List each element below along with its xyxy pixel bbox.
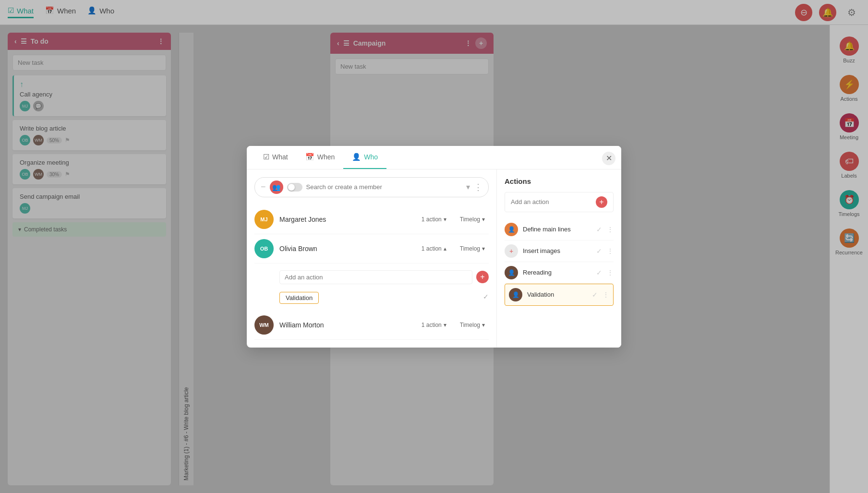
member-name-margaret: Margaret Jones <box>279 216 412 223</box>
modal-tab-what-label: What <box>272 153 288 161</box>
action-dots-images[interactable]: ⋮ <box>607 247 614 255</box>
member-search-input[interactable] <box>306 183 462 191</box>
actions-panel-title: Actions <box>505 177 614 185</box>
william-timelog-label: Timelog <box>460 322 480 328</box>
add-action-input[interactable] <box>279 270 472 284</box>
modal-overlay: ✕ ☑ What 📅 When 👤 Who − <box>0 0 868 493</box>
modal-tab-when[interactable]: 📅 When <box>297 146 344 169</box>
olivia-timelog-label: Timelog <box>460 245 480 252</box>
olivia-action-btn[interactable]: 1 action ▴ <box>418 243 450 254</box>
modal-tab-what[interactable]: ☑ What <box>254 146 297 169</box>
avatar-margaret: MJ <box>254 210 274 229</box>
who-panel: − 👥 ▾ ⋮ MJ Margaret Jones 1 <box>247 169 496 348</box>
olivia-timelog-chevron: ▾ <box>482 245 485 252</box>
validation-tag-label: Validation <box>286 294 313 301</box>
margaret-action-chevron: ▾ <box>444 216 446 223</box>
actions-add-row[interactable]: + <box>505 192 614 212</box>
william-action-btn[interactable]: 1 action ▾ <box>418 320 450 330</box>
validation-check-icon[interactable]: ✓ <box>483 293 489 301</box>
action-check-validation[interactable]: ✓ <box>592 291 598 299</box>
action-rereading: 👤 Rereading ✓ ⋮ <box>505 262 614 284</box>
margaret-action-label: 1 action <box>422 216 442 223</box>
action-icon-validation: 👤 <box>509 288 522 301</box>
olivia-action-label: 1 action <box>422 245 442 252</box>
actions-add-input[interactable] <box>511 198 592 205</box>
avatar-william: WM <box>254 315 274 335</box>
action-icon-define: 👤 <box>505 223 518 236</box>
member-name-william: William Morton <box>279 321 412 329</box>
modal-tab-what-icon: ☑ <box>263 153 269 161</box>
action-dots-validation[interactable]: ⋮ <box>603 291 609 299</box>
minus-icon[interactable]: − <box>261 182 266 192</box>
action-label-rereading: Rereading <box>523 269 591 276</box>
action-icon-rereading: 👤 <box>505 266 518 279</box>
member-search-bar: − 👥 ▾ ⋮ <box>254 177 489 197</box>
search-dropdown-icon[interactable]: ▾ <box>466 182 470 192</box>
margaret-timelog-label: Timelog <box>460 216 480 223</box>
actions-panel: Actions + 👤 Define main lines ✓ ⋮ <box>496 169 621 348</box>
action-check-rereading[interactable]: ✓ <box>596 269 602 277</box>
william-timelog-btn[interactable]: Timelog ▾ <box>456 320 489 330</box>
william-action-chevron: ▾ <box>444 322 446 328</box>
action-icon-images: + <box>505 244 518 258</box>
action-dots-define[interactable]: ⋮ <box>607 226 614 233</box>
olivia-action-chevron: ▴ <box>444 245 446 252</box>
action-dots-rereading[interactable]: ⋮ <box>607 269 614 277</box>
search-avatar-icon: 👥 <box>270 180 283 194</box>
member-row-olivia: OB Olivia Brown 1 action ▴ Timelog ▾ <box>254 234 489 264</box>
modal: ✕ ☑ What 📅 When 👤 Who − <box>247 146 621 348</box>
modal-close-button[interactable]: ✕ <box>602 152 615 165</box>
member-row-margaret: MJ Margaret Jones 1 action ▾ Timelog ▾ <box>254 205 489 234</box>
modal-body: − 👥 ▾ ⋮ MJ Margaret Jones 1 <box>247 169 621 348</box>
olivia-timelog-btn[interactable]: Timelog ▾ <box>456 243 489 254</box>
william-timelog-chevron: ▾ <box>482 322 485 328</box>
actions-add-plus-button[interactable]: + <box>596 196 607 208</box>
member-name-olivia: Olivia Brown <box>279 245 412 253</box>
margaret-timelog-chevron: ▾ <box>482 216 485 223</box>
modal-tab-when-icon: 📅 <box>305 153 314 161</box>
action-check-define[interactable]: ✓ <box>596 226 602 233</box>
action-label-validation: Validation <box>527 291 587 298</box>
action-validation: 👤 Validation ✓ ⋮ <box>505 284 614 306</box>
margaret-timelog-btn[interactable]: Timelog ▾ <box>456 214 489 225</box>
action-insert-images: + Insert images ✓ ⋮ <box>505 240 614 262</box>
olivia-expanded-actions: + Validation ✓ <box>254 264 489 311</box>
action-label-images: Insert images <box>523 247 591 254</box>
member-row-william: WM William Morton 1 action ▾ Timelog ▾ <box>254 311 489 340</box>
margaret-action-btn[interactable]: 1 action ▾ <box>418 214 450 225</box>
modal-tabs: ☑ What 📅 When 👤 Who <box>247 146 621 169</box>
modal-tab-when-label: When <box>317 153 335 161</box>
modal-tab-who-label: Who <box>364 153 378 161</box>
modal-tab-who[interactable]: 👤 Who <box>343 146 386 169</box>
modal-tab-who-icon: 👤 <box>352 153 361 161</box>
avatar-olivia: OB <box>254 239 274 258</box>
action-check-images[interactable]: ✓ <box>596 247 602 255</box>
validation-tag: Validation <box>279 292 319 304</box>
add-action-row: + <box>279 267 489 287</box>
search-dots-icon[interactable]: ⋮ <box>474 182 482 192</box>
add-action-plus-button[interactable]: + <box>476 271 489 283</box>
member-toggle[interactable] <box>287 183 302 192</box>
action-define-main-lines: 👤 Define main lines ✓ ⋮ <box>505 219 614 240</box>
william-action-label: 1 action <box>422 322 442 328</box>
action-label-define: Define main lines <box>523 226 591 233</box>
